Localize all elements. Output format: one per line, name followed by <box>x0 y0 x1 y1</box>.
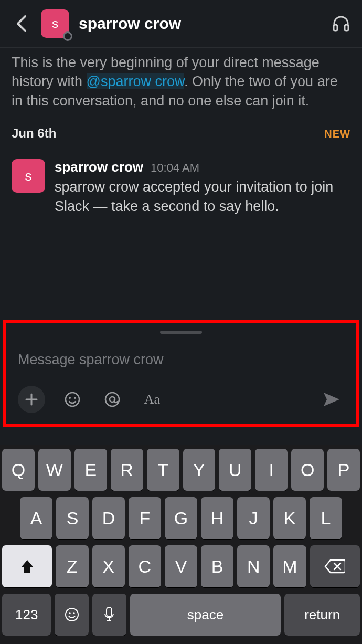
backspace-key[interactable] <box>310 545 360 587</box>
svg-rect-10 <box>107 607 112 617</box>
dictation-key[interactable] <box>92 594 126 636</box>
key-o[interactable]: O <box>291 449 324 491</box>
huddle-button[interactable] <box>331 13 352 34</box>
header-avatar[interactable]: s <box>41 9 69 38</box>
date-label: Jun 6th <box>12 126 56 141</box>
composer-region: Message sparrow crow Aa <box>0 320 362 427</box>
divider-line <box>0 144 362 144</box>
svg-point-4 <box>74 397 76 399</box>
back-button[interactable] <box>10 13 31 34</box>
key-a[interactable]: A <box>20 497 52 539</box>
key-d[interactable]: D <box>92 497 125 539</box>
new-badge: NEW <box>324 128 350 140</box>
key-i[interactable]: I <box>255 449 288 491</box>
date-divider: Jun 6th NEW <box>0 126 362 144</box>
numbers-key[interactable]: 123 <box>2 594 51 636</box>
key-t[interactable]: T <box>147 449 179 491</box>
space-key[interactable]: space <box>130 594 281 636</box>
key-u[interactable]: U <box>219 449 251 491</box>
key-c[interactable]: C <box>129 545 161 587</box>
emoji-button[interactable] <box>60 387 85 412</box>
attach-button[interactable] <box>18 386 45 413</box>
presence-indicator <box>63 31 72 41</box>
svg-rect-0 <box>334 25 337 31</box>
key-j[interactable]: J <box>237 497 270 539</box>
key-n[interactable]: N <box>237 545 270 587</box>
message-sender[interactable]: sparrow crow <box>55 159 143 175</box>
key-w[interactable]: W <box>38 449 71 491</box>
svg-point-8 <box>69 612 71 614</box>
message-input[interactable]: Message sparrow crow <box>6 352 356 386</box>
header: s sparrow crow <box>0 0 362 48</box>
composer-actions: Aa <box>6 386 356 420</box>
intro-mention[interactable]: @sparrow crow <box>87 73 184 89</box>
svg-point-2 <box>66 393 79 406</box>
key-g[interactable]: G <box>165 497 197 539</box>
message-body: sparrow crow 10:04 AM sparrow crow accep… <box>55 159 350 216</box>
key-h[interactable]: H <box>201 497 233 539</box>
message-avatar[interactable]: s <box>12 159 45 193</box>
key-z[interactable]: Z <box>56 545 88 587</box>
drag-handle[interactable] <box>160 331 202 334</box>
avatar-initial: s <box>52 16 58 31</box>
message-row[interactable]: s sparrow crow 10:04 AM sparrow crow acc… <box>0 159 362 216</box>
svg-point-9 <box>73 612 75 614</box>
svg-point-7 <box>66 608 78 621</box>
key-m[interactable]: M <box>273 545 306 587</box>
svg-point-5 <box>105 393 119 406</box>
key-b[interactable]: B <box>201 545 233 587</box>
key-y[interactable]: Y <box>183 449 216 491</box>
send-button[interactable] <box>319 387 344 412</box>
key-f[interactable]: F <box>129 497 161 539</box>
key-k[interactable]: K <box>273 497 306 539</box>
shift-key[interactable] <box>2 545 52 587</box>
key-q[interactable]: Q <box>2 449 35 491</box>
key-r[interactable]: R <box>111 449 143 491</box>
key-l[interactable]: L <box>310 497 342 539</box>
return-key[interactable]: return <box>284 594 360 636</box>
message-time: 10:04 AM <box>151 161 199 175</box>
conversation-title[interactable]: sparrow crow <box>79 15 321 33</box>
key-s[interactable]: S <box>56 497 89 539</box>
key-p[interactable]: P <box>327 449 360 491</box>
key-e[interactable]: E <box>74 449 107 491</box>
format-button[interactable]: Aa <box>140 387 165 412</box>
key-x[interactable]: X <box>92 545 125 587</box>
message-text: sparrow crow accepted your invitation to… <box>55 177 350 216</box>
keyboard: QWERTYUIOP ASDFGHJKL ZXCVBNM 123 space r… <box>0 445 362 644</box>
mention-button[interactable] <box>100 387 125 412</box>
highlight-box: Message sparrow crow Aa <box>3 320 359 427</box>
emoji-key[interactable] <box>55 594 89 636</box>
intro-text: This is the very beginning of your direc… <box>0 48 362 126</box>
key-v[interactable]: V <box>165 545 197 587</box>
svg-point-3 <box>69 397 71 399</box>
svg-rect-1 <box>345 25 348 31</box>
